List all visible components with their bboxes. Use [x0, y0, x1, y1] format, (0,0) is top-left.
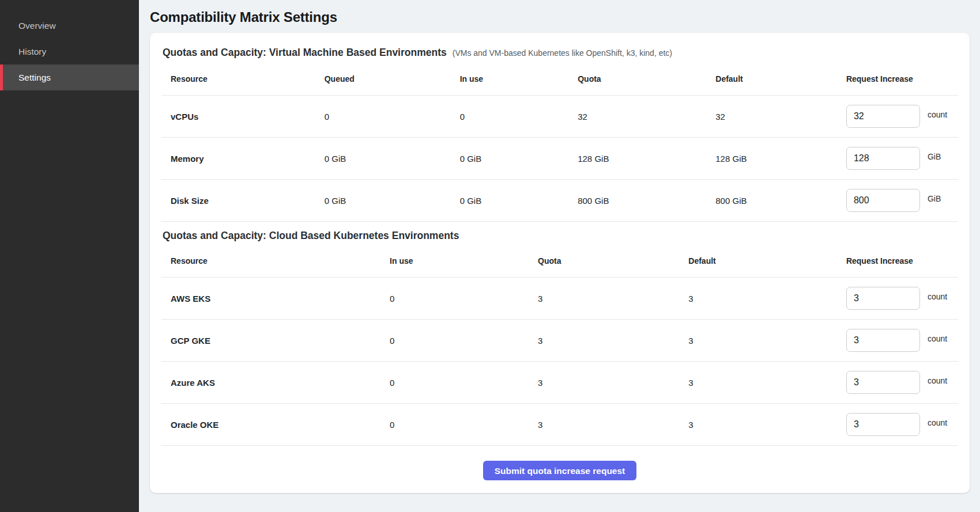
value-cell: 3 — [679, 320, 837, 362]
request-increase-input[interactable] — [846, 287, 920, 310]
value-cell: 32 — [568, 96, 706, 138]
value-cell: 0 GiB — [451, 180, 569, 222]
column-header-request-increase: Request Increase — [837, 59, 958, 96]
resource-name: Azure AKS — [161, 362, 380, 404]
section-subtitle-vm: (VMs and VM-based Kubernetes like OpenSh… — [453, 48, 672, 58]
value-cell: 0 GiB — [451, 138, 569, 180]
value-cell: 128 GiB — [706, 138, 837, 180]
value-cell: 128 GiB — [568, 138, 706, 180]
main-content: Compatibility Matrix Settings Quotas and… — [139, 0, 980, 493]
value-cell: 800 GiB — [706, 180, 837, 222]
table-row-azure-aks: Azure AKS033count — [161, 362, 958, 404]
sidebar: OverviewHistorySettings — [0, 0, 139, 512]
resource-name: AWS EKS — [161, 278, 380, 320]
resource-name: Disk Size — [161, 180, 315, 222]
value-cell: 3 — [679, 404, 837, 446]
column-header-resource: Resource — [161, 59, 315, 96]
request-increase-cell: GiB — [837, 138, 958, 180]
request-increase-cell: count — [837, 278, 958, 320]
value-cell: 3 — [529, 278, 679, 320]
value-cell: 3 — [679, 362, 837, 404]
column-header-in-use: In use — [451, 59, 569, 96]
section-head-vm: Quotas and Capacity: Virtual Machine Bas… — [161, 39, 958, 59]
request-increase-input[interactable] — [846, 189, 920, 212]
vm-quota-table: ResourceQueuedIn useQuotaDefaultRequest … — [161, 59, 958, 222]
page-title: Compatibility Matrix Settings — [150, 9, 970, 25]
unit-label: count — [928, 418, 947, 427]
table-row-vcpus: vCPUs003232count — [161, 96, 958, 138]
value-cell: 0 — [380, 404, 529, 446]
request-increase-input[interactable] — [846, 147, 920, 170]
value-cell: 0 — [451, 96, 569, 138]
resource-name: vCPUs — [161, 96, 315, 138]
unit-label: count — [928, 110, 947, 119]
value-cell: 800 GiB — [568, 180, 706, 222]
column-header-quota: Quota — [529, 242, 679, 278]
sidebar-item-history[interactable]: History — [0, 39, 139, 65]
value-cell: 3 — [529, 404, 679, 446]
submit-row: Submit quota increase request — [161, 446, 958, 484]
quotas-card: Quotas and Capacity: Virtual Machine Bas… — [150, 33, 970, 493]
value-cell: 3 — [679, 278, 837, 320]
table-row-disk-size: Disk Size0 GiB0 GiB800 GiB800 GiBGiB — [161, 180, 958, 222]
sidebar-nav: OverviewHistorySettings — [0, 0, 139, 90]
request-increase-cell: count — [837, 320, 958, 362]
request-increase-input[interactable] — [846, 329, 920, 352]
header-row: ResourceIn useQuotaDefaultRequest Increa… — [161, 242, 958, 278]
column-header-in-use: In use — [380, 242, 529, 278]
value-cell: 32 — [706, 96, 837, 138]
table-row-gcp-gke: GCP GKE033count — [161, 320, 958, 362]
table-row-oracle-oke: Oracle OKE033count — [161, 404, 958, 446]
section-head-cloud: Quotas and Capacity: Cloud Based Kuberne… — [161, 222, 958, 242]
resource-name: Memory — [161, 138, 315, 180]
unit-label: count — [928, 292, 947, 301]
table-row-aws-eks: AWS EKS033count — [161, 278, 958, 320]
request-increase-cell: GiB — [837, 180, 958, 222]
column-header-queued: Queued — [315, 59, 451, 96]
unit-label: count — [928, 334, 947, 343]
value-cell: 3 — [529, 362, 679, 404]
request-increase-input[interactable] — [846, 413, 920, 436]
table-row-memory: Memory0 GiB0 GiB128 GiB128 GiBGiB — [161, 138, 958, 180]
unit-label: GiB — [928, 152, 941, 161]
request-increase-input[interactable] — [846, 371, 920, 394]
value-cell: 0 — [380, 278, 529, 320]
value-cell: 0 — [380, 320, 529, 362]
value-cell: 0 GiB — [315, 180, 451, 222]
cloud-quota-table: ResourceIn useQuotaDefaultRequest Increa… — [161, 242, 958, 446]
value-cell: 3 — [529, 320, 679, 362]
column-header-default: Default — [679, 242, 837, 278]
unit-label: GiB — [928, 194, 941, 203]
resource-name: Oracle OKE — [161, 404, 380, 446]
request-increase-input[interactable] — [846, 105, 920, 128]
column-header-resource: Resource — [161, 242, 380, 278]
value-cell: 0 — [315, 96, 451, 138]
unit-label: count — [928, 376, 947, 385]
value-cell: 0 — [380, 362, 529, 404]
request-increase-cell: count — [837, 362, 958, 404]
resource-name: GCP GKE — [161, 320, 380, 362]
header-row: ResourceQueuedIn useQuotaDefaultRequest … — [161, 59, 958, 96]
sidebar-item-settings[interactable]: Settings — [0, 65, 139, 90]
column-header-quota: Quota — [568, 59, 706, 96]
column-header-request-increase: Request Increase — [837, 242, 958, 278]
submit-quota-increase-button[interactable]: Submit quota increase request — [483, 461, 637, 480]
value-cell: 0 GiB — [315, 138, 451, 180]
section-title-vm: Quotas and Capacity: Virtual Machine Bas… — [163, 47, 447, 59]
column-header-default: Default — [706, 59, 837, 96]
sidebar-item-overview[interactable]: Overview — [0, 13, 139, 39]
section-title-cloud: Quotas and Capacity: Cloud Based Kuberne… — [163, 230, 459, 242]
request-increase-cell: count — [837, 404, 958, 446]
request-increase-cell: count — [837, 96, 958, 138]
